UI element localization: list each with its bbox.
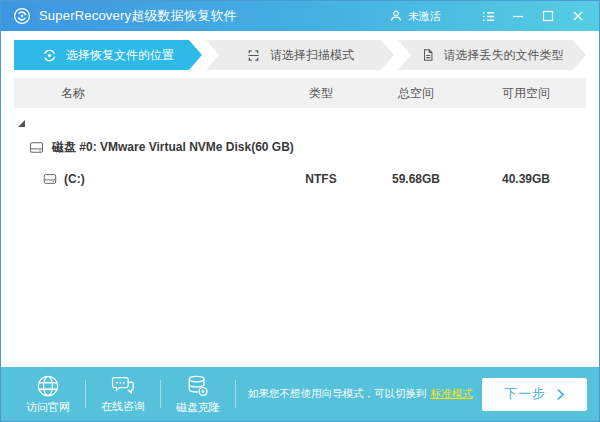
- globe-icon: [36, 374, 60, 398]
- volume-drive-icon: [43, 173, 57, 185]
- online-support-button[interactable]: 在线咨询: [88, 374, 158, 414]
- minimize-button[interactable]: [505, 1, 531, 31]
- activation-status[interactable]: 未激活: [389, 9, 441, 24]
- disk-clone-button[interactable]: 磁盘克隆: [163, 374, 233, 415]
- mode-hint-text: 如果您不想使用向导模式，可以切换到: [248, 387, 427, 399]
- window-title: SuperRecovery超级数据恢复软件: [39, 7, 237, 25]
- volume-name: (C:): [64, 172, 85, 186]
- wizard-steps: 选择恢复文件的位置 请选择扫描模式 请选择丢失的文件类型: [14, 40, 586, 70]
- maximize-icon: [542, 10, 554, 22]
- column-header-free: 可用空间: [466, 85, 586, 102]
- disk-row[interactable]: 磁盘 #0: VMware Virtual NVMe Disk(60 GB): [14, 135, 586, 159]
- standard-mode-link[interactable]: 标准模式: [431, 387, 473, 399]
- footer-divider: [160, 380, 161, 408]
- mode-hint: 如果您不想使用向导模式，可以切换到标准模式: [248, 387, 473, 401]
- column-header-name: 名称: [14, 85, 276, 102]
- footer-bar: 访问官网 在线咨询 磁盘克隆 如果您不想使用向导模: [1, 367, 599, 421]
- app-logo-icon: [13, 7, 31, 25]
- step-label: 选择恢复文件的位置: [66, 47, 174, 64]
- scan-mode-icon: [246, 48, 261, 63]
- step-label: 请选择扫描模式: [270, 47, 354, 64]
- tree-expander-icon[interactable]: [18, 120, 25, 127]
- step-file-types[interactable]: 请选择丢失的文件类型: [398, 40, 586, 70]
- table-header: 名称 类型 总空间 可用空间: [14, 78, 586, 108]
- activation-label: 未激活: [408, 9, 441, 24]
- volume-type: NTFS: [276, 172, 366, 186]
- disk-tree: 磁盘 #0: VMware Virtual NVMe Disk(60 GB) (…: [1, 108, 599, 367]
- disk-clone-icon: [186, 374, 210, 398]
- chevron-right-icon: [556, 388, 565, 401]
- footer-divider: [85, 380, 86, 408]
- menu-list-icon: [481, 9, 496, 24]
- footer-divider: [235, 380, 236, 408]
- file-type-icon: [421, 48, 435, 62]
- titlebar: SuperRecovery超级数据恢复软件 未激活: [1, 1, 599, 31]
- close-icon: [572, 10, 584, 22]
- column-header-total: 总空间: [366, 85, 466, 102]
- chat-bubbles-icon: [111, 374, 135, 397]
- menu-button[interactable]: [475, 1, 501, 31]
- step-label: 请选择丢失的文件类型: [444, 47, 564, 64]
- minimize-icon: [512, 10, 524, 22]
- disk-name: 磁盘 #0: VMware Virtual NVMe Disk(60 GB): [52, 139, 294, 156]
- disk-clone-label: 磁盘克隆: [176, 400, 220, 415]
- volume-total: 59.68GB: [366, 172, 466, 186]
- titlebar-controls: 未激活: [389, 1, 591, 31]
- app-window: SuperRecovery超级数据恢复软件 未激活: [0, 0, 600, 422]
- online-support-label: 在线咨询: [101, 399, 145, 414]
- volume-row[interactable]: (C:) NTFS 59.68GB 40.39GB: [14, 166, 586, 192]
- step-select-location[interactable]: 选择恢复文件的位置: [14, 40, 202, 70]
- hard-disk-icon: [29, 141, 44, 154]
- visit-website-button[interactable]: 访问官网: [13, 374, 83, 415]
- maximize-button[interactable]: [535, 1, 561, 31]
- recover-location-icon: [42, 48, 57, 63]
- close-button[interactable]: [565, 1, 591, 31]
- next-step-button[interactable]: 下一步: [482, 378, 587, 411]
- step-scan-mode[interactable]: 请选择扫描模式: [206, 40, 394, 70]
- user-icon: [389, 9, 403, 23]
- volume-free: 40.39GB: [466, 172, 586, 186]
- next-step-label: 下一步: [504, 385, 546, 403]
- visit-website-label: 访问官网: [26, 400, 70, 415]
- column-header-type: 类型: [276, 85, 366, 102]
